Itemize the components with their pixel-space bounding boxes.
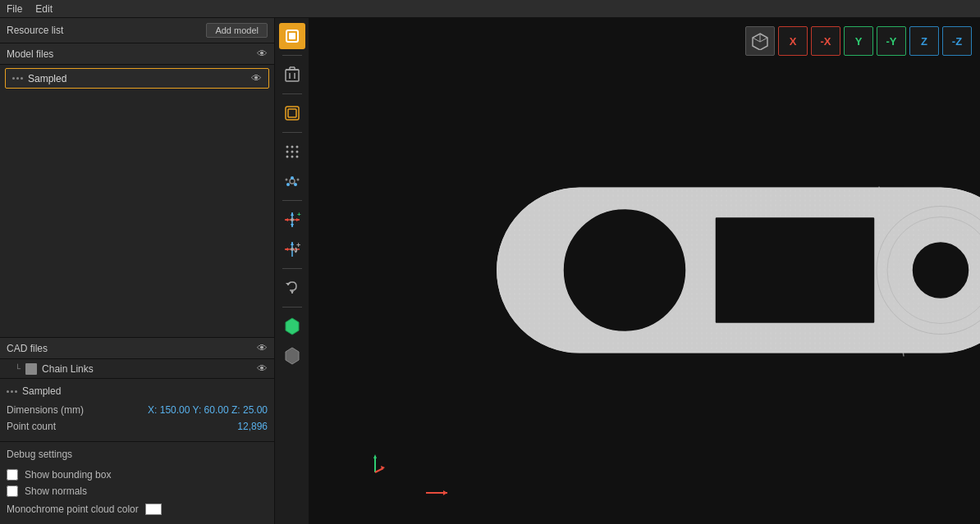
svg-marker-31 [296,218,300,221]
svg-text:+: + [297,211,301,218]
delete-tool-button[interactable] [279,62,305,88]
properties-model-name: Sampled [22,385,61,397]
cad-file-name: Chain Links [42,363,94,375]
z-pos-view-button[interactable]: Z [909,26,939,56]
cad-item-left: └ Chain Links [15,363,94,375]
svg-point-21 [286,183,290,186]
svg-marker-45 [286,348,299,364]
view-controls: X -X Y -Y Z -Z [745,26,972,56]
model-files-header: Model files 👁 [0,43,274,65]
cad-tree-indent: └ [15,364,21,373]
show-normals-label: Show normals [25,485,87,497]
model-file-item[interactable]: Sampled 👁 [5,68,269,89]
properties-section: Sampled Dimensions (mm) X: 150.00 Y: 60.… [0,378,274,441]
svg-point-54 [563,208,686,331]
cad-file-item[interactable]: └ Chain Links 👁 [0,359,274,378]
pdot1 [7,390,9,393]
model-item-left: Sampled [12,73,66,84]
undo-tool-button[interactable] [279,275,305,301]
transform-tool-button[interactable] [279,100,305,126]
translate-tool-button[interactable]: + [279,207,305,233]
monochrome-color-swatch[interactable] [145,503,162,515]
y-pos-view-button[interactable]: Y [844,26,873,56]
resource-list-title: Resource list [7,25,63,36]
dot1 [12,77,15,80]
points-tool-button[interactable] [279,139,305,165]
svg-point-25 [296,179,299,181]
dimensions-row: Dimensions (mm) X: 150.00 Y: 60.00 Z: 25… [7,402,268,418]
cad-item-visibility-icon[interactable]: 👁 [257,362,268,375]
viewport[interactable]: X -X Y -Y Z -Z [309,18,980,524]
svg-point-14 [286,151,288,153]
select-tool-button[interactable] [279,23,305,49]
svg-point-24 [285,179,287,181]
svg-marker-63 [373,454,377,458]
hex-green-tool-button[interactable] [279,313,305,339]
model-svg [473,126,981,413]
model-empty-area [0,92,274,337]
dot3 [21,77,23,80]
svg-point-17 [286,156,288,158]
model-files-visibility-icon[interactable]: 👁 [257,48,268,60]
prop-name-row: Sampled [7,385,268,402]
y-neg-view-button[interactable]: -Y [877,26,906,56]
x-neg-view-button[interactable]: -X [811,26,840,56]
toolbar-divider-5 [282,268,302,269]
svg-marker-41 [286,283,291,285]
cad-files-visibility-icon[interactable]: 👁 [257,342,268,354]
svg-text:+: + [296,241,300,249]
svg-point-12 [291,146,293,148]
svg-marker-43 [291,291,294,294]
svg-line-49 [760,38,767,42]
debug-section: Debug settings Show bounding box Show no… [0,441,274,524]
svg-point-15 [291,151,293,153]
svg-point-11 [286,146,288,148]
bounding-box-checkbox[interactable] [7,469,18,481]
axes-indicator-bottom [424,485,449,503]
point-count-label: Point count [7,421,56,432]
x-pos-view-button[interactable]: X [778,26,808,56]
svg-point-18 [291,156,293,158]
resource-header: Resource list Add model [0,18,274,43]
point-count-value: 12,896 [237,421,268,432]
point-count-row: Point count 12,896 [7,418,268,435]
scatter-tool-button[interactable] [279,168,305,194]
svg-point-19 [295,156,298,158]
left-panel: Resource list Add model Model files 👁 Sa… [0,18,275,524]
rotate-add-tool-button[interactable]: + [279,236,305,262]
model-file-name: Sampled [28,73,66,84]
pdot2 [11,390,13,393]
svg-point-32 [291,218,294,221]
isometric-view-button[interactable] [745,26,775,56]
svg-rect-1 [289,33,295,39]
model-files-title: Model files [7,48,53,60]
debug-title: Debug settings [7,449,268,460]
hex-gray-tool-button[interactable] [279,343,305,369]
svg-marker-30 [285,218,288,221]
edit-menu[interactable]: Edit [35,3,53,15]
svg-rect-10 [288,109,296,117]
main-layout: Resource list Add model Model files 👁 Sa… [0,18,980,524]
svg-marker-36 [291,242,294,245]
model-container [473,126,981,416]
svg-point-13 [295,146,298,148]
svg-point-22 [294,183,297,186]
bounding-box-row: Show bounding box [7,467,268,483]
dimensions-label: Dimensions (mm) [7,404,84,416]
prop-dots [7,390,17,393]
pdot3 [15,390,17,393]
model-item-visibility-icon[interactable]: 👁 [251,72,262,84]
file-menu[interactable]: File [7,3,22,15]
add-model-button[interactable]: Add model [206,23,268,38]
svg-point-16 [295,151,298,153]
cad-files-header: CAD files 👁 [0,338,274,359]
svg-point-57 [912,241,969,298]
show-normals-checkbox[interactable] [7,485,18,497]
svg-marker-28 [291,212,294,216]
svg-point-23 [291,176,294,180]
svg-rect-55 [715,216,875,323]
show-normals-row: Show normals [7,483,268,499]
toolbar-divider-1 [282,55,302,56]
bounding-box-label: Show bounding box [25,469,111,481]
z-neg-view-button[interactable]: -Z [942,26,972,56]
